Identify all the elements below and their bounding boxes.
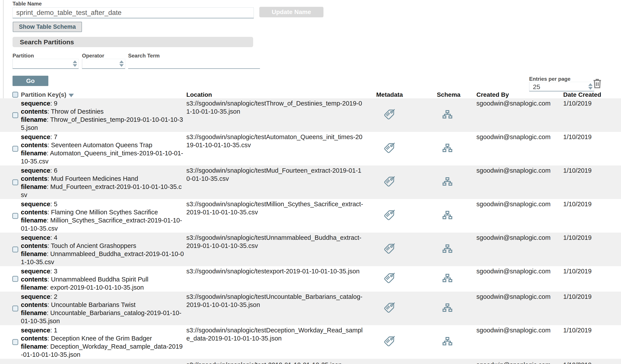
metadata-tag-icon[interactable]: [384, 142, 395, 155]
filename-line: filename: Unnammableed_Buddha_extract-20…: [21, 250, 185, 266]
sequence-line: sequence: 6: [21, 167, 185, 175]
filename-line: filename: Automaton_Queens_init_times-20…: [21, 149, 185, 165]
sequence-line: sequence: 4: [21, 234, 185, 242]
metadata-tag-icon[interactable]: [384, 243, 395, 256]
location-cell: s3://sgoodwin/snaplogic/testMillion_Scyt…: [186, 200, 364, 216]
table-name-input[interactable]: [13, 7, 254, 18]
metadata-tag-icon[interactable]: [384, 273, 395, 285]
contents-line: contents: Seventeen Automaton Queens Tra…: [21, 141, 185, 149]
filename-line: filename: Million_Scythes_Sacrifice_extr…: [21, 216, 185, 233]
date-created-cell: 1/10/2019: [563, 167, 616, 175]
table-row: sequence: 1 contents: Deception Knee of …: [0, 325, 621, 359]
update-name-button[interactable]: Update Name: [259, 7, 324, 17]
entries-per-page-select[interactable]: 25: [529, 82, 594, 92]
date-created-cell: 1/10/2019: [563, 361, 616, 364]
operator-label: Operator: [82, 53, 104, 59]
filename-line: filename: Deception_Workday_Read_sample_…: [21, 343, 185, 359]
row-checkbox[interactable]: [12, 112, 18, 118]
trash-icon[interactable]: [592, 78, 603, 89]
row-checkbox[interactable]: [12, 305, 18, 311]
schema-icon[interactable]: [442, 177, 453, 188]
metadata-tag-icon[interactable]: [384, 210, 395, 222]
created-by-cell: sgoodwin@snaplogic.com: [476, 326, 560, 334]
location-cell: s3://sgoodwin/snaplogic/testUnnammableed…: [186, 234, 364, 250]
table-row: sequence: 4 contents: Touch of Ancient G…: [0, 233, 621, 266]
location-cell: s3://sgoodwin/snaplogic/testDeception_Wo…: [186, 326, 364, 343]
show-table-schema-button[interactable]: Show Table Schema: [13, 22, 82, 32]
partition-keys-cell: sequence: 9 contents: Throw of Destinies…: [21, 98, 185, 132]
partition-label: Partition: [13, 53, 34, 59]
sequence-line: sequence: 5: [21, 200, 185, 208]
schema-icon[interactable]: [442, 303, 453, 314]
table-row: sequence: 2 contents: Uncountable Barbar…: [0, 292, 621, 325]
metadata-tag-icon[interactable]: [384, 302, 395, 315]
date-created-cell: 1/10/2019: [563, 267, 616, 275]
operator-select[interactable]: [82, 59, 125, 69]
partition-keys-cell: sequence: 1 contents: Deception Knee of …: [21, 325, 185, 359]
row-checkbox[interactable]: [12, 179, 18, 185]
created-by-cell: sgoodwin@snaplogic.com: [476, 267, 560, 275]
sequence-line: sequence: 9: [21, 99, 185, 108]
schema-icon[interactable]: [442, 110, 453, 121]
row-checkbox[interactable]: [12, 146, 18, 152]
sequence-line: sequence: 1: [21, 326, 185, 334]
search-term-input[interactable]: [128, 59, 260, 69]
column-header-metadata: Metadata: [376, 91, 403, 98]
created-by-cell: sgoodwin@snaplogic.com: [476, 293, 560, 301]
location-cell: s3://sgoodwin/snaplogic/testAutomaton_Qu…: [186, 133, 364, 149]
top-controls: Table Name Update Name Show Table Schema…: [0, 0, 621, 92]
schema-icon[interactable]: [442, 210, 453, 222]
row-checkbox[interactable]: [12, 339, 18, 345]
created-by-cell: sgoodwin@snaplogic.com: [476, 234, 560, 242]
metadata-tag-icon[interactable]: [384, 109, 395, 121]
select-all-checkbox[interactable]: [12, 92, 18, 98]
column-header-partition-keys[interactable]: Partition Key(s): [21, 91, 74, 98]
sort-desc-icon[interactable]: [69, 94, 74, 97]
table-row: sequence: 3 contents: Unnammableed Buddh…: [0, 266, 621, 292]
created-by-cell: sgoodwin@snaplogic.com: [476, 167, 560, 175]
created-by-cell: sgoodwin@snaplogic.com: [476, 361, 560, 364]
search-partitions-title: Search Partitions: [20, 38, 74, 46]
date-created-cell: 1/10/2019: [563, 133, 616, 141]
sequence-line: sequence: 2: [21, 293, 185, 301]
partition-keys-cell: sequence: 6 contents: Mud Fourteen Medic…: [21, 165, 185, 199]
entries-per-page-value: 25: [529, 82, 594, 92]
contents-line: contents: Mud Fourteen Medicines Hand: [21, 175, 185, 183]
search-partitions-header: Search Partitions: [13, 37, 253, 47]
filename-line: filename: Throw_of_Destinies_temp-2019-0…: [21, 116, 185, 132]
metadata-tag-icon[interactable]: [384, 336, 395, 348]
partition-select[interactable]: [13, 59, 79, 69]
location-cell: s3://sgoodwin/snaplogic/testUncountable_…: [186, 293, 364, 309]
contents-line: contents: Flaming One Million Scythes Sa…: [21, 208, 185, 216]
contents-line: contents: Uncountable Barbarians Twist: [21, 301, 185, 309]
table-row: sequence: 7 contents: Seventeen Automato…: [0, 132, 621, 165]
column-header-schema: Schema: [437, 91, 460, 98]
table-row-partial: s3://sgoodwin/snaplogic/test-2019-01-10-…: [0, 359, 621, 364]
row-checkbox[interactable]: [12, 276, 18, 282]
partition-keys-cell: sequence: 5 contents: Flaming One Millio…: [21, 199, 185, 233]
contents-line: contents: Deception Knee of the Grim Bad…: [21, 334, 185, 343]
select-arrows-icon: [119, 61, 124, 67]
location-cell: s3://sgoodwin/snaplogic/test-2019-01-10-…: [186, 361, 364, 364]
partition-keys-cell: sequence: 7 contents: Seventeen Automato…: [21, 132, 185, 165]
schema-icon[interactable]: [442, 336, 453, 348]
schema-icon[interactable]: [442, 273, 453, 285]
column-header-location: Location: [186, 91, 212, 98]
table-row: sequence: 6 contents: Mud Fourteen Medic…: [0, 165, 621, 199]
go-button[interactable]: Go: [13, 76, 48, 86]
filename-line: filename: export-2019-01-10-01-10-35.jso…: [21, 284, 185, 292]
metadata-tag-icon[interactable]: [384, 176, 395, 189]
row-checkbox[interactable]: [12, 246, 18, 252]
sequence-line: sequence: 7: [21, 133, 185, 141]
date-created-cell: 1/10/2019: [563, 234, 616, 242]
table-body: sequence: 9 contents: Throw of Destinies…: [0, 98, 621, 359]
row-checkbox[interactable]: [12, 213, 18, 219]
date-created-cell: 1/10/2019: [563, 200, 616, 208]
created-by-cell: sgoodwin@snaplogic.com: [476, 99, 560, 108]
partition-keys-cell: sequence: 3 contents: Unnammableed Buddh…: [21, 266, 185, 292]
table-row: sequence: 9 contents: Throw of Destinies…: [0, 98, 621, 132]
created-by-cell: sgoodwin@snaplogic.com: [476, 133, 560, 141]
schema-icon[interactable]: [442, 143, 453, 155]
contents-line: contents: Throw of Destinies: [21, 108, 185, 116]
schema-icon[interactable]: [442, 244, 453, 255]
